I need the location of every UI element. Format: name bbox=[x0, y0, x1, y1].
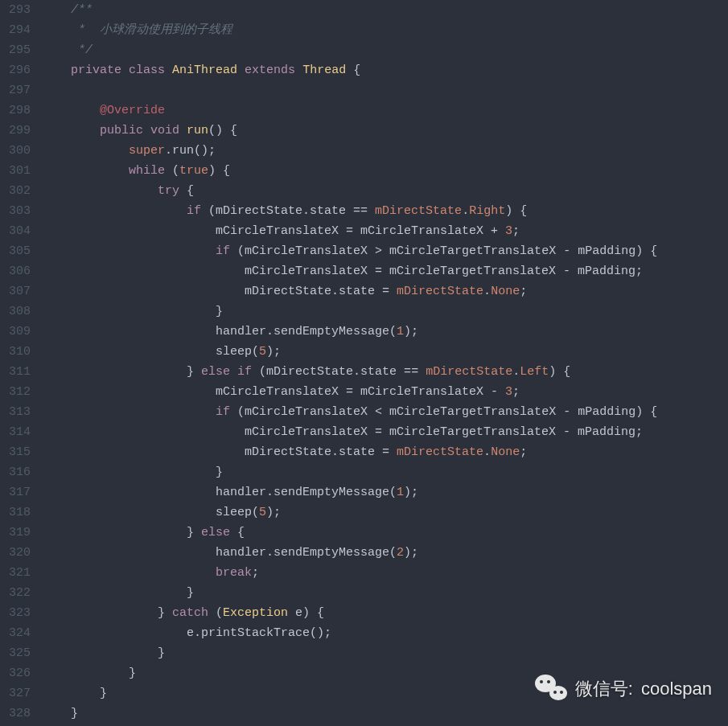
code-line[interactable] bbox=[42, 80, 728, 100]
line-number: 314 bbox=[0, 422, 31, 442]
code-line[interactable]: } bbox=[42, 301, 728, 322]
code-line[interactable]: /** bbox=[42, 0, 728, 20]
line-number: 324 bbox=[0, 623, 31, 643]
code-line[interactable]: try { bbox=[42, 181, 728, 201]
line-number: 308 bbox=[0, 301, 31, 322]
line-number: 323 bbox=[0, 603, 31, 623]
line-number: 320 bbox=[0, 543, 31, 563]
code-line[interactable]: while (true) { bbox=[42, 161, 728, 181]
line-number: 312 bbox=[0, 382, 31, 402]
watermark-account: coolspan bbox=[641, 679, 712, 699]
line-number: 309 bbox=[0, 322, 31, 342]
line-number: 310 bbox=[0, 342, 31, 362]
line-number: 303 bbox=[0, 201, 31, 221]
code-line[interactable]: mDirectState.state = mDirectState.None; bbox=[42, 281, 728, 301]
line-number: 325 bbox=[0, 643, 31, 663]
line-number: 304 bbox=[0, 221, 31, 241]
code-area[interactable]: /** * 小球滑动使用到的子线程 */ private class AniTh… bbox=[39, 0, 728, 726]
line-number: 313 bbox=[0, 402, 31, 422]
code-line[interactable]: handler.sendEmptyMessage(1); bbox=[42, 322, 728, 342]
code-line[interactable]: if (mDirectState.state == mDirectState.R… bbox=[42, 201, 728, 221]
code-line[interactable]: super.run(); bbox=[42, 141, 728, 161]
code-line[interactable]: break; bbox=[42, 563, 728, 583]
wechat-icon bbox=[535, 675, 567, 702]
code-line[interactable]: * 小球滑动使用到的子线程 bbox=[42, 20, 728, 40]
code-line[interactable]: handler.sendEmptyMessage(1); bbox=[42, 482, 728, 502]
line-number: 328 bbox=[0, 703, 31, 724]
code-line[interactable]: @Override bbox=[42, 100, 728, 121]
code-editor[interactable]: 2932942952962972982993003013023033043053… bbox=[0, 0, 728, 726]
line-number: 327 bbox=[0, 683, 31, 703]
watermark-label: 微信号: bbox=[575, 679, 633, 699]
line-number: 298 bbox=[0, 100, 31, 121]
line-number: 296 bbox=[0, 60, 31, 80]
code-line[interactable]: private class AniThread extends Thread { bbox=[42, 60, 728, 80]
code-line[interactable]: sleep(5); bbox=[42, 502, 728, 523]
line-number: 302 bbox=[0, 181, 31, 201]
line-number: 326 bbox=[0, 663, 31, 683]
wechat-watermark: 微信号: coolspan bbox=[535, 675, 712, 702]
code-line[interactable]: } else if (mDirectState.state == mDirect… bbox=[42, 362, 728, 382]
line-number: 306 bbox=[0, 261, 31, 281]
line-number-gutter: 2932942952962972982993003013023033043053… bbox=[0, 0, 39, 726]
line-number: 316 bbox=[0, 462, 31, 482]
line-number: 311 bbox=[0, 362, 31, 382]
line-number: 301 bbox=[0, 161, 31, 181]
code-line[interactable]: mCircleTranslateX = mCircleTranslateX - … bbox=[42, 382, 728, 402]
line-number: 297 bbox=[0, 80, 31, 100]
line-number: 322 bbox=[0, 583, 31, 603]
code-line[interactable]: } catch (Exception e) { bbox=[42, 603, 728, 623]
code-line[interactable]: e.printStackTrace(); bbox=[42, 623, 728, 643]
line-number: 305 bbox=[0, 241, 31, 261]
code-line[interactable]: } bbox=[42, 643, 728, 663]
code-line[interactable]: mCircleTranslateX = mCircleTargetTransla… bbox=[42, 422, 728, 442]
line-number: 293 bbox=[0, 0, 31, 20]
code-line[interactable]: } bbox=[42, 703, 728, 724]
line-number: 319 bbox=[0, 523, 31, 543]
code-line[interactable]: mCircleTranslateX = mCircleTargetTransla… bbox=[42, 261, 728, 281]
code-line[interactable]: } else { bbox=[42, 523, 728, 543]
line-number: 318 bbox=[0, 502, 31, 523]
code-line[interactable]: mCircleTranslateX = mCircleTranslateX + … bbox=[42, 221, 728, 241]
line-number: 321 bbox=[0, 563, 31, 583]
line-number: 317 bbox=[0, 482, 31, 502]
line-number: 300 bbox=[0, 141, 31, 161]
code-line[interactable]: if (mCircleTranslateX < mCircleTargetTra… bbox=[42, 402, 728, 422]
code-line[interactable]: sleep(5); bbox=[42, 342, 728, 362]
line-number: 315 bbox=[0, 442, 31, 462]
code-line[interactable]: */ bbox=[42, 40, 728, 60]
code-line[interactable]: } bbox=[42, 583, 728, 603]
code-line[interactable]: } bbox=[42, 462, 728, 482]
line-number: 307 bbox=[0, 281, 31, 301]
code-line[interactable]: handler.sendEmptyMessage(2); bbox=[42, 543, 728, 563]
line-number: 299 bbox=[0, 121, 31, 141]
code-line[interactable]: public void run() { bbox=[42, 121, 728, 141]
line-number: 295 bbox=[0, 40, 31, 60]
code-line[interactable]: mDirectState.state = mDirectState.None; bbox=[42, 442, 728, 462]
line-number: 294 bbox=[0, 20, 31, 40]
code-line[interactable]: if (mCircleTranslateX > mCircleTargetTra… bbox=[42, 241, 728, 261]
